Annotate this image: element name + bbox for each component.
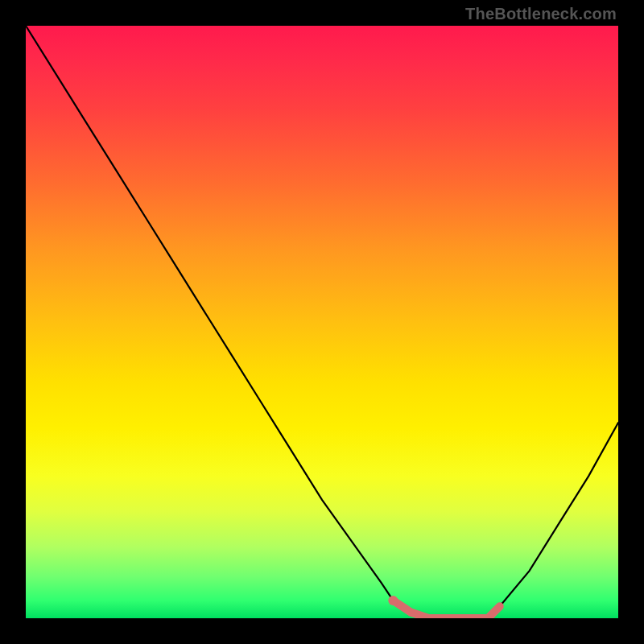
plot-area — [26, 26, 618, 618]
chart-frame: TheBottleneck.com — [0, 0, 644, 644]
bottleneck-curve-path — [26, 26, 618, 618]
optimal-range-highlight — [393, 601, 500, 618]
curve-svg — [26, 26, 618, 618]
optimal-range-start-dot — [388, 596, 398, 605]
watermark-text: TheBottleneck.com — [465, 5, 617, 23]
